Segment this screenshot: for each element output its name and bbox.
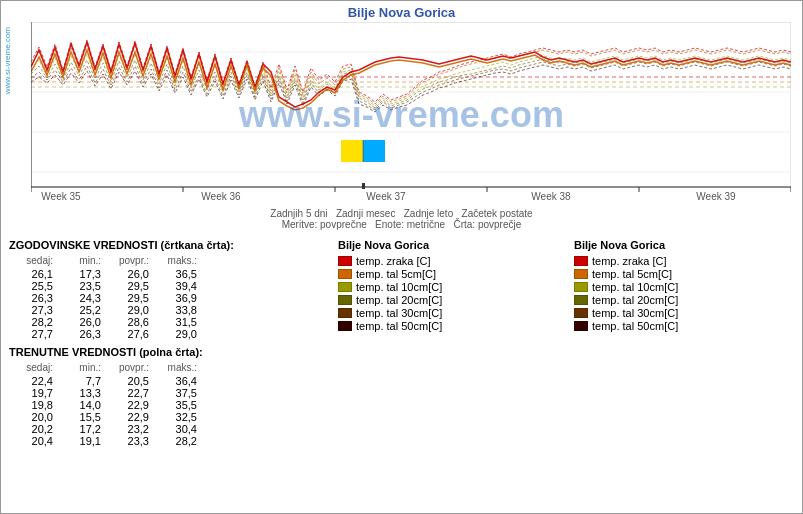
col-maks-curr: maks.: [153,362,201,373]
data-cell: 23,3 [105,435,153,447]
list-item: temp. tal 50cm[C] [574,320,794,332]
data-cell: 23,2 [105,423,153,435]
current-legend-items: temp. zraka [C]temp. tal 5cm[C]temp. tal… [574,255,794,333]
legend-label: temp. tal 30cm[C] [356,307,442,319]
list-item: temp. tal 10cm[C] [574,281,794,293]
data-cell: 37,5 [153,387,201,399]
list-item: temp. tal 10cm[C] [338,281,558,293]
data-cell: 20,4 [9,435,57,447]
current-header: TRENUTNE VREDNOSTI (polna črta): [9,346,330,358]
svg-rect-0 [31,22,791,187]
data-cell: 39,4 [153,280,201,292]
list-item: temp. tal 50cm[C] [338,320,558,332]
data-cell: 25,5 [9,280,57,292]
svg-text:Week 37: Week 37 [366,191,406,202]
table-row: 19,713,322,737,5 [9,387,330,399]
data-cell: 28,2 [9,316,57,328]
data-cell: 22,7 [105,387,153,399]
svg-text:Week 35: Week 35 [41,191,81,202]
legend-label: temp. tal 20cm[C] [356,294,442,306]
data-cell: 25,2 [57,304,105,316]
data-cell: 29,5 [105,292,153,304]
col-min-curr: min.: [57,362,105,373]
legend-color-swatch [338,256,352,266]
legend-label: temp. tal 30cm[C] [592,307,678,319]
legend-color-swatch [574,295,588,305]
subtitle-line2: Meritve: povprečne Enote: metrične Črta:… [1,219,802,230]
chart-svg: 30 20 10 [31,22,791,207]
historical-legend: Bilje Nova Gorica temp. zraka [C]temp. t… [338,235,558,509]
current-rows: 22,47,720,536,419,713,322,737,519,814,02… [9,375,330,447]
data-cell: 26,3 [57,328,105,340]
data-cell: 28,6 [105,316,153,328]
data-cell: 26,1 [9,268,57,280]
data-cell: 27,3 [9,304,57,316]
data-cell: 26,0 [105,268,153,280]
table-row: 27,325,229,033,8 [9,304,330,316]
legend-color-swatch [574,321,588,331]
data-cell: 29,0 [105,304,153,316]
table-row: 25,523,529,539,4 [9,280,330,292]
historical-legend-title: Bilje Nova Gorica [338,239,558,251]
data-cell: 20,0 [9,411,57,423]
legend-color-swatch [338,321,352,331]
data-cell: 32,5 [153,411,201,423]
data-cell: 23,5 [57,280,105,292]
data-cell: 26,0 [57,316,105,328]
data-cell: 36,4 [153,375,201,387]
list-item: temp. tal 20cm[C] [574,294,794,306]
si-vreme-logo: www.si-vreme.com [3,27,12,94]
data-cell: 26,3 [9,292,57,304]
data-cell: 19,8 [9,399,57,411]
table-row: 26,324,329,536,9 [9,292,330,304]
svg-text:Week 39: Week 39 [696,191,736,202]
chart-title: Bilje Nova Gorica [1,1,802,22]
table-row: 20,419,123,328,2 [9,435,330,447]
legend-label: temp. tal 50cm[C] [592,320,678,332]
list-item: temp. tal 30cm[C] [574,307,794,319]
historical-legend-items: temp. zraka [C]temp. tal 5cm[C]temp. tal… [338,255,558,333]
list-item: temp. zraka [C] [338,255,558,267]
legend-label: temp. tal 5cm[C] [356,268,436,280]
legend-color-swatch [338,295,352,305]
legend-color-swatch [574,308,588,318]
svg-rect-19 [341,140,363,162]
table-row: 19,814,022,935,5 [9,399,330,411]
legend-label: temp. tal 10cm[C] [592,281,678,293]
col-povpr-hist: povpr.: [105,255,153,266]
data-cell: 27,6 [105,328,153,340]
legend-label: temp. zraka [C] [356,255,431,267]
list-item: temp. tal 20cm[C] [338,294,558,306]
data-cell: 22,9 [105,411,153,423]
legend-color-swatch [338,282,352,292]
col-sedaj-hist: sedaj: [9,255,57,266]
legend-label: temp. tal 10cm[C] [356,281,442,293]
data-cell: 36,5 [153,268,201,280]
table-row: 26,117,326,036,5 [9,268,330,280]
subtitle-line1: Zadnjih 5 dni Zadnji mesec Zadnje leto Z… [1,208,802,219]
list-item: temp. tal 30cm[C] [338,307,558,319]
data-cell: 15,5 [57,411,105,423]
data-cell: 20,5 [105,375,153,387]
data-cell: 36,9 [153,292,201,304]
table-row: 20,217,223,230,4 [9,423,330,435]
data-cell: 24,3 [57,292,105,304]
data-cell: 30,4 [153,423,201,435]
data-cell: 27,7 [9,328,57,340]
data-left: ZGODOVINSKE VREDNOSTI (črtkana črta): se… [9,235,330,509]
svg-rect-28 [362,183,365,189]
data-cell: 31,5 [153,316,201,328]
col-sedaj-curr: sedaj: [9,362,57,373]
legend-color-swatch [338,308,352,318]
table-row: 20,015,522,932,5 [9,411,330,423]
table-row: 28,226,028,631,5 [9,316,330,328]
historical-header: ZGODOVINSKE VREDNOSTI (črtkana črta): [9,239,330,251]
data-cell: 19,1 [57,435,105,447]
data-section: ZGODOVINSKE VREDNOSTI (črtkana črta): se… [1,231,802,513]
table-row: 22,47,720,536,4 [9,375,330,387]
table-row: 27,726,327,629,0 [9,328,330,340]
legend-color-swatch [338,269,352,279]
list-item: temp. zraka [C] [574,255,794,267]
data-cell: 33,8 [153,304,201,316]
col-min-hist: min.: [57,255,105,266]
